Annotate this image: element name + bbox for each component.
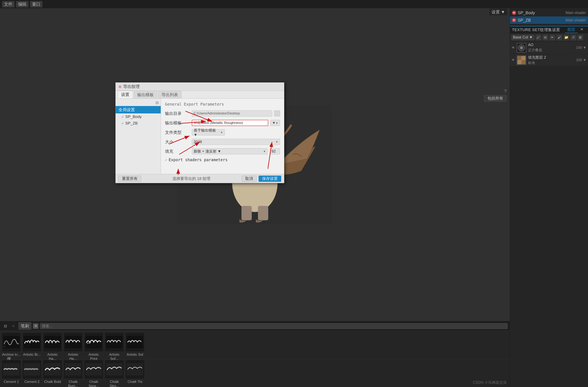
include-all-button[interactable]: 包括所有 [484, 95, 507, 102]
base-col-dropdown[interactable]: Base Col ▼ [512, 35, 534, 40]
file-menu[interactable]: 文件 [2, 1, 14, 7]
brush-chalk-bum[interactable]: Chalk Bum... [64, 360, 83, 387]
brush-label-artistic-sof1: Artistic Sof... [105, 353, 124, 360]
svg-rect-25 [127, 336, 143, 348]
shader-eye-sp-zb[interactable]: 👁 [512, 18, 516, 22]
shader-item-sp-zb[interactable]: 👁 SP_ZB Main shader [510, 17, 588, 24]
sidebar-subitem-sp-body[interactable]: ✓ SP_Body [116, 114, 161, 120]
brush-artistic-ha[interactable]: Artistic Ha... [43, 333, 62, 360]
brush-label-chalk-spre: Chalk Spre... [84, 380, 103, 387]
close-tab-icon[interactable]: ✕ [578, 27, 586, 33]
brush-label-artistic-print: Artistic Print [84, 353, 103, 360]
svg-rect-9 [241, 206, 252, 220]
brush-cement1[interactable]: Cement 1 [2, 360, 21, 384]
bottom-panel: ⊟ ○ 笔刷 ✕ 搜索... 纹理 Ps Archive In... [0, 321, 510, 387]
dropdown-fill[interactable]: 膨胀 + 漫反射 ▼ [192, 148, 268, 155]
shader-item-sp-body[interactable]: 👁 SP_Body Main shader [510, 9, 588, 17]
svg-rect-10 [258, 206, 268, 220]
save-settings-btn[interactable]: 保存设置 [259, 175, 281, 182]
brush-label-chalk-thi: Chalk Thi [127, 380, 142, 384]
dialog-body: ⊟ 全局设置 ✓ SP_Body ✓ SP_ZB General Export … [116, 99, 284, 174]
pen-icon-btn[interactable]: ✒ [549, 35, 555, 40]
brush-label-chalk-bold: Chalk Bold [44, 380, 61, 384]
brush-archive-in[interactable]: Ps Archive In... [2, 333, 21, 357]
layer-opacity-fill2[interactable]: 100 ▼ [576, 58, 586, 62]
refresh-dir-btn[interactable]: ↺ [274, 111, 280, 116]
layer-item-fill2[interactable]: 👁 填充图层 2 标准 100 ▼ [510, 54, 588, 66]
texture-set-title: TEXTURE SET纹理集设置 [512, 27, 560, 33]
layer-thumb-ao [517, 43, 526, 53]
input-output-dir[interactable]: C:/Users/Administrator/Desktop [192, 110, 272, 116]
dropdown-size[interactable]: 2048 [192, 139, 280, 145]
sidebar-item-global[interactable]: 全局设置 [116, 106, 161, 114]
circle-btn[interactable]: ○ [10, 323, 17, 329]
dialog-footer-right: 取消 保存设置 [242, 175, 281, 182]
dialog-row-size: 大小 2048 [165, 138, 280, 145]
filter-icon[interactable]: ⊟ [156, 100, 159, 105]
label-size: 大小 [165, 139, 190, 145]
brush-cement2[interactable]: Cement 2 [23, 360, 41, 384]
input-fill-value[interactable]: 92 [270, 148, 280, 155]
brush-chalk-bold[interactable]: Chalk Bold [43, 360, 62, 384]
brush-label-artistic-br: Artistic Br... [23, 353, 41, 357]
brush-label-artistic-ha: Artistic Ha... [43, 353, 62, 360]
template-dropdown-arrow[interactable]: ▼ [270, 120, 280, 126]
folder-icon-btn[interactable]: 📁 [564, 35, 569, 40]
checkbox-check[interactable]: ✓ [165, 158, 167, 162]
shader-type-sp-body: Main shader [566, 11, 586, 15]
svg-rect-29 [65, 363, 81, 375]
brush-chalk-spre[interactable]: Chalk Spre... [84, 360, 103, 387]
brush-chalk-stro[interactable]: Chalk Stro... [105, 360, 124, 387]
sidebar-subitem-sp-zb[interactable]: ✓ SP_ZB [116, 120, 161, 127]
export-dialog: ⊕ 导出纹理 设置 输出模板 导出列表 ⊟ 全局设置 ✓ SP_Body ✓ S… [115, 82, 284, 183]
edit-menu[interactable]: 编辑 [16, 1, 28, 7]
close-brush-tag-btn[interactable]: ✕ [33, 323, 38, 329]
layer-eye-ao[interactable]: 👁 [512, 46, 515, 50]
brush-label-artistic-he: Artistic He... [64, 353, 83, 360]
reload-icon-btn[interactable]: ↺ [570, 35, 576, 40]
dialog-tab-templates[interactable]: 输出模板 [134, 91, 157, 98]
brush-thumb-artistic-print [84, 333, 103, 351]
help-question-mark[interactable]: ? [504, 89, 507, 94]
window-menu[interactable]: 窗口 [30, 1, 42, 7]
dialog-title-text: 导出纹理 [123, 84, 140, 89]
brush-artistic-br[interactable]: Artistic Br... [23, 333, 41, 357]
shader-name-sp-zb: SP_ZB [518, 18, 564, 23]
add-paint-layer-btn[interactable]: 🖊 [535, 35, 541, 40]
brush-icon-btn[interactable]: 🖌 [556, 35, 562, 40]
input-template[interactable]: Vray Next (Metallic Roughness) [192, 120, 268, 126]
brush-thumb-artistic-br [23, 333, 41, 351]
layer-blend-fill2: 标准 [528, 60, 535, 65]
layer-item-ao[interactable]: 👁 AO 正片叠底 100 ▼ [510, 41, 588, 54]
brush-search-input[interactable]: 搜索... [40, 323, 508, 329]
dialog-tab-settings[interactable]: 设置 [118, 91, 133, 98]
brush-artistic-sof1[interactable]: Artistic Sof... [105, 333, 124, 360]
dialog-tab-list[interactable]: 导出列表 [158, 91, 182, 98]
brush-thumb-cement2 [23, 360, 41, 379]
brush-thumb-artistic-sof1 [105, 333, 124, 351]
layer-opacity-ao[interactable]: 100 ▼ [576, 46, 586, 50]
brush-thumb-artistic-he [64, 333, 83, 351]
svg-rect-32 [127, 363, 143, 375]
dropdown-filetype[interactable]: 基于输出模板 ▼ [192, 129, 225, 135]
brush-chalk-thi[interactable]: Chalk Thi [126, 360, 144, 384]
add-fill-layer-btn[interactable]: ⊞ [543, 35, 548, 40]
shader-name-sp-body: SP_Body [518, 11, 564, 15]
layer-eye-fill2[interactable]: 👁 [512, 58, 515, 62]
brush-artistic-he[interactable]: Artistic He... [64, 333, 83, 360]
settings-button[interactable]: 设置 ▼ [489, 8, 508, 16]
filter-btn[interactable]: ⊟ [2, 323, 9, 329]
dialog-sidebar: ⊟ 全局设置 ✓ SP_Body ✓ SP_ZB [116, 99, 161, 174]
brush-artistic-print[interactable]: Artistic Print [84, 333, 103, 360]
delete-layer-btn[interactable]: 🗑 [577, 35, 583, 40]
svg-rect-28 [44, 363, 61, 375]
brush-artistic-sof2[interactable]: Artistic Sol [126, 333, 144, 357]
brush-grid-row1: Ps Archive In... Artistic Br... [0, 331, 510, 360]
export-count-text: 选择要导出的 18 纹理 [172, 176, 210, 181]
shader-eye-sp-body[interactable]: 👁 [512, 11, 516, 15]
cancel-btn[interactable]: 取消 [242, 175, 256, 182]
brush-label-cement2: Cement 2 [24, 380, 40, 384]
tab-layers[interactable]: 图层 [565, 27, 578, 33]
layer-controls: Base Col ▼ 🖊 ⊞ ✒ 🖌 📁 ↺ 🗑 [510, 33, 588, 41]
reset-all-btn[interactable]: 重置所有 [119, 175, 141, 182]
